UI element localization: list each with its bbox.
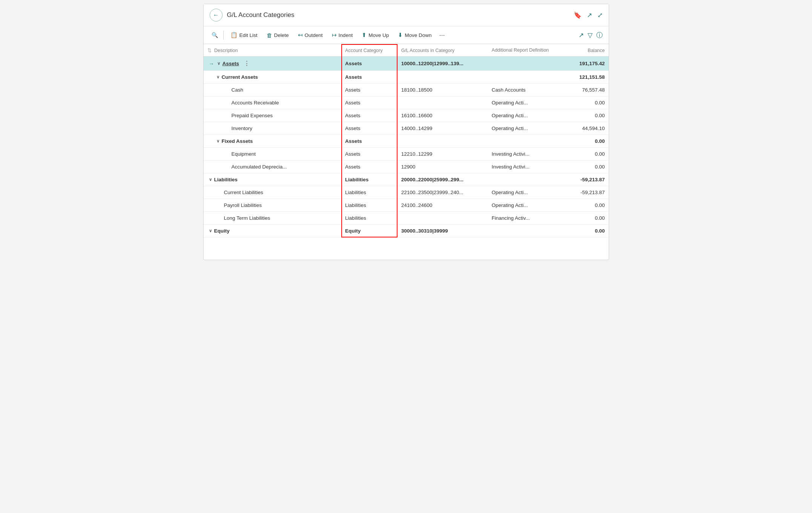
cell-account-category: Assets (341, 161, 398, 173)
chevron-icon[interactable]: ∨ (216, 139, 220, 144)
export-icon[interactable]: ↗ (579, 31, 584, 39)
table-row[interactable]: EquipmentAssets12210..12299Investing Act… (204, 148, 609, 161)
description-text: Current Liabilities (224, 190, 263, 195)
table-row[interactable]: Current LiabilitiesLiabilities22100..235… (204, 186, 609, 199)
share-icon[interactable]: ↗ (587, 11, 592, 19)
cell-description: Cash (204, 84, 342, 96)
description-text: Accounts Receivable (232, 100, 279, 106)
cell-additional-report (488, 71, 557, 84)
th-account-category: Account Category (341, 44, 398, 57)
filter-icon[interactable]: ▽ (588, 31, 592, 39)
cell-gl-accounts (398, 96, 488, 109)
table-row[interactable]: ∨EquityEquity30000..30310|399990.00 (204, 225, 609, 237)
outdent-button[interactable]: ↤ Outdent (294, 29, 327, 41)
description-text: Inventory (232, 126, 253, 131)
description-text: Cash (232, 87, 244, 93)
chevron-icon[interactable]: ∨ (217, 61, 220, 66)
th-additional-report: Additional Report Definition (488, 44, 557, 57)
cell-additional-report: Operating Acti... (488, 199, 557, 212)
cell-account-category: Assets (341, 148, 398, 161)
move-down-button[interactable]: ⬇ Move Down (394, 29, 435, 41)
table-wrapper: ⇅ Description Account Category G/L Accou… (204, 44, 609, 237)
edit-list-label: Edit List (239, 32, 258, 38)
cell-description: Accumulated Deprecia... (204, 161, 342, 173)
chevron-icon[interactable]: ∨ (209, 228, 212, 233)
table-container[interactable]: ⇅ Description Account Category G/L Accou… (204, 44, 609, 237)
table-row[interactable]: Accounts ReceivableAssetsOperating Acti.… (204, 96, 609, 109)
cell-gl-accounts: 30000..30310|39999 (398, 225, 488, 237)
cell-gl-accounts: 16100..16600 (398, 109, 488, 122)
table-row[interactable]: Long Term LiabilitiesLiabilitiesFinancin… (204, 212, 609, 225)
more-options-button[interactable]: ··· (437, 31, 447, 39)
cell-balance: -59,213.87 (557, 173, 608, 186)
cell-additional-report (488, 173, 557, 186)
cell-account-category: Assets (341, 71, 398, 84)
cell-gl-accounts: 12210..12299 (398, 148, 488, 161)
delete-button[interactable]: 🗑 Delete (263, 30, 293, 41)
cell-description: Inventory (204, 122, 342, 135)
move-down-icon: ⬇ (398, 32, 403, 38)
row-context-menu[interactable]: ⋮ (244, 60, 250, 67)
cell-description: →∨Assets⋮ (204, 57, 342, 71)
cell-account-category: Liabilities (341, 199, 398, 212)
cell-additional-report: Investing Activi... (488, 148, 557, 161)
app-window: ← G/L Account Categories 🔖 ↗ ⤢ 🔍 📋 Edit … (203, 4, 609, 260)
expand-icon[interactable]: ⤢ (597, 11, 603, 19)
table-row[interactable]: Accumulated Deprecia...Assets12900Invest… (204, 161, 609, 173)
cell-account-category: Assets (341, 122, 398, 135)
cell-account-category: Liabilities (341, 186, 398, 199)
cell-balance: 0.00 (557, 135, 608, 148)
table-row[interactable]: ∨LiabilitiesLiabilities20000..22000|2599… (204, 173, 609, 186)
cell-additional-report: Investing Activi... (488, 161, 557, 173)
cell-gl-accounts: 14000..14299 (398, 122, 488, 135)
edit-list-button[interactable]: 📋 Edit List (227, 29, 261, 41)
cell-gl-accounts: 22100..23500|23999..240... (398, 186, 488, 199)
move-up-label: Move Up (368, 32, 389, 38)
cell-balance: 0.00 (557, 199, 608, 212)
cell-account-category: Assets (341, 57, 398, 71)
cell-description: ∨Liabilities (204, 173, 342, 186)
cell-account-category: Assets (341, 135, 398, 148)
cell-description: Current Liabilities (204, 186, 342, 199)
toolbar: 🔍 📋 Edit List 🗑 Delete ↤ Outdent ↦ Inden… (204, 26, 609, 44)
outdent-label: Outdent (305, 32, 323, 38)
table-row[interactable]: ∨Fixed AssetsAssets0.00 (204, 135, 609, 148)
cell-balance: 191,175.42 (557, 57, 608, 71)
cell-additional-report: Operating Acti... (488, 109, 557, 122)
cell-additional-report: Financing Activ... (488, 212, 557, 225)
table-row[interactable]: Payroll LiabilitiesLiabilities24100..246… (204, 199, 609, 212)
move-up-icon: ⬆ (362, 32, 367, 38)
indent-button[interactable]: ↦ Indent (328, 29, 357, 41)
cell-additional-report: Cash Accounts (488, 84, 557, 96)
cell-account-category: Assets (341, 109, 398, 122)
table-header-row: ⇅ Description Account Category G/L Accou… (204, 44, 609, 57)
table-row[interactable]: InventoryAssets14000..14299Operating Act… (204, 122, 609, 135)
edit-list-icon: 📋 (230, 32, 238, 38)
row-arrow-indicator: → (209, 61, 214, 67)
cell-additional-report (488, 135, 557, 148)
bookmark-icon[interactable]: 🔖 (574, 11, 582, 19)
sort-icon: ⇅ (207, 48, 212, 53)
cell-description: Equipment (204, 148, 342, 161)
description-text: Assets (223, 61, 239, 66)
cell-description: ∨Equity (204, 225, 342, 237)
indent-label: Indent (339, 32, 353, 38)
cell-balance: 76,557.48 (557, 84, 608, 96)
cell-account-category: Equity (341, 225, 398, 237)
chevron-icon[interactable]: ∨ (209, 177, 212, 182)
chevron-icon[interactable]: ∨ (216, 75, 220, 80)
cell-balance: -59,213.87 (557, 186, 608, 199)
search-button[interactable]: 🔍 (210, 30, 220, 40)
table-row[interactable]: Prepaid ExpensesAssets16100..16600Operat… (204, 109, 609, 122)
table-row[interactable]: ∨Current AssetsAssets121,151.58 (204, 71, 609, 84)
table-row[interactable]: CashAssets18100..18500Cash Accounts76,55… (204, 84, 609, 96)
description-text: Accumulated Deprecia... (232, 164, 287, 170)
back-button[interactable]: ← (210, 9, 223, 21)
table-row[interactable]: →∨Assets⋮Assets10000..12200|12999..139..… (204, 57, 609, 71)
cell-description: Accounts Receivable (204, 96, 342, 109)
cell-description: ∨Fixed Assets (204, 135, 342, 148)
move-up-button[interactable]: ⬆ Move Up (358, 29, 393, 41)
description-text: Equity (214, 228, 230, 234)
cell-description: Long Term Liabilities (204, 212, 342, 225)
info-icon[interactable]: ⓘ (596, 31, 603, 40)
